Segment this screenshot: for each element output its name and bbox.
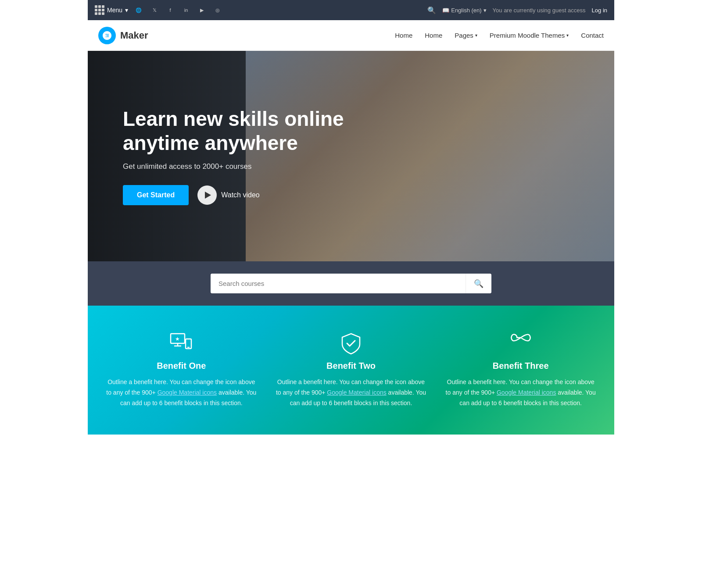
benefit-one-title: Benefit One [105,361,258,371]
language-label: English (en) [451,7,481,14]
benefits-section: ★ Benefit One Outline a benefit here. Yo… [88,306,614,435]
search-input[interactable] [211,274,466,293]
svg-text:★: ★ [175,336,180,342]
language-chevron: ▾ [484,7,487,14]
nav-home-1[interactable]: Home [395,32,412,39]
benefit-one-desc: Outline a benefit here. You can change t… [105,377,258,408]
menu-label: Menu [107,7,122,14]
benefit-two: Benefit Two Outline a benefit here. You … [275,332,427,408]
grid-icon [95,5,104,15]
benefit-one: ★ Benefit One Outline a benefit here. Yo… [105,332,258,408]
top-bar-right: 🔍 📖 English (en) ▾ You are currently usi… [427,6,607,14]
logo[interactable]: ∞ Maker [98,27,148,44]
benefit-two-title: Benefit Two [275,361,427,371]
globe-icon[interactable]: 🌐 [133,5,144,15]
logo-icon: ∞ [98,27,116,44]
search-icon: 🔍 [474,279,484,288]
language-flag: 📖 [442,7,449,14]
svg-text:∞: ∞ [104,32,108,39]
play-icon [205,192,211,199]
nav-premium-themes[interactable]: Premium Moodle Themes ▾ [490,32,569,39]
benefit-two-link[interactable]: Google Material icons [327,389,386,396]
benefit-three: Benefit Three Outline a benefit here. Yo… [444,332,597,408]
hero-section: Learn new skills online anytime anywhere… [88,51,614,261]
linkedin-icon[interactable]: in [181,5,191,15]
hero-actions: Get Started Watch video [123,185,344,205]
get-started-button[interactable]: Get Started [123,185,189,205]
menu-chevron: ▾ [125,7,128,14]
watch-video-button[interactable]: Watch video [197,185,259,205]
watch-video-label: Watch video [221,191,259,199]
pages-chevron: ▾ [475,33,477,38]
youtube-icon[interactable]: ▶ [197,5,207,15]
benefit-two-desc: Outline a benefit here. You can change t… [275,377,427,408]
main-nav: ∞ Maker Home Home Pages ▾ Premium Moodle… [88,20,614,51]
nav-home-2[interactable]: Home [425,32,442,39]
instagram-icon[interactable]: ◎ [212,5,223,15]
top-bar-left: Menu ▾ 🌐 𝕏 f in ▶ ◎ [95,5,223,15]
benefit-three-title: Benefit Three [444,361,597,371]
infinity-icon [509,332,532,355]
benefit-one-link[interactable]: Google Material icons [158,389,217,396]
hero-title: Learn new skills online anytime anywhere [123,107,344,155]
language-selector[interactable]: 📖 English (en) ▾ [442,7,486,14]
facebook-icon[interactable]: f [165,5,176,15]
logo-text: Maker [120,30,148,41]
nav-pages[interactable]: Pages ▾ [455,32,477,39]
search-bar: 🔍 [211,274,491,293]
benefit-three-desc: Outline a benefit here. You can change t… [444,377,597,408]
shield-check-icon [340,332,362,355]
devices-icon: ★ [170,332,193,355]
login-button[interactable]: Log in [592,7,607,14]
hero-content: Learn new skills online anytime anywhere… [88,107,379,205]
play-circle [197,185,217,205]
guest-access-text: You are currently using guest access [493,7,586,14]
benefit-three-link[interactable]: Google Material icons [497,389,556,396]
top-bar: Menu ▾ 🌐 𝕏 f in ▶ ◎ 🔍 📖 English (en) ▾ Y… [88,0,614,20]
nav-links: Home Home Pages ▾ Premium Moodle Themes … [395,32,604,39]
nav-contact[interactable]: Contact [581,32,604,39]
hero-subtitle: Get unlimited access to 2000+ courses [123,162,344,171]
search-button[interactable]: 🔍 [466,274,491,293]
twitter-icon[interactable]: 𝕏 [149,5,160,15]
themes-chevron: ▾ [566,33,569,38]
search-section: 🔍 [88,261,614,306]
search-icon-top[interactable]: 🔍 [427,6,436,14]
menu-button[interactable]: Menu ▾ [95,5,128,15]
